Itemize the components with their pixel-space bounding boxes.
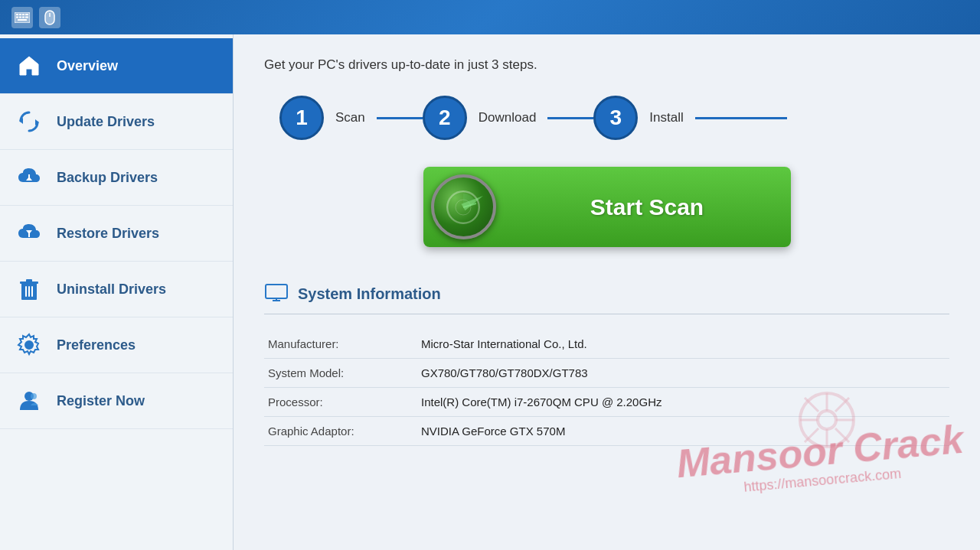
sidebar-label-update: Update Drivers	[57, 114, 155, 130]
restore-icon	[15, 220, 43, 247]
svg-rect-10	[45, 11, 54, 24]
svg-rect-9	[18, 19, 27, 21]
svg-rect-17	[28, 231, 30, 237]
info-value: Intel(R) Core(TM) i7-2670QM CPU @ 2.20GH…	[417, 388, 949, 417]
sidebar-item-preferences[interactable]: Preferences	[0, 317, 233, 373]
info-label: Graphic Adaptor:	[264, 417, 417, 446]
sidebar-item-backup-drivers[interactable]: Backup Drivers	[0, 150, 233, 206]
sidebar: Overview Update Drivers	[0, 34, 234, 550]
person-icon	[15, 387, 43, 415]
info-label: System Model:	[264, 359, 417, 388]
start-scan-button[interactable]: Start Scan	[423, 167, 791, 247]
sidebar-item-uninstall-drivers[interactable]: Uninstall Drivers	[0, 262, 233, 317]
svg-rect-4	[25, 14, 28, 15]
svg-rect-21	[31, 286, 33, 297]
svg-rect-15	[28, 174, 30, 181]
sidebar-item-register[interactable]: Register Now	[0, 373, 233, 429]
tagline: Get your PC's drivers up-to-date in just…	[264, 57, 949, 73]
keyboard-icon	[11, 7, 33, 28]
scan-radar-icon	[423, 167, 504, 247]
svg-point-27	[31, 393, 37, 399]
scan-button-container: Start Scan	[264, 167, 949, 247]
sidebar-item-update-drivers[interactable]: Update Drivers	[0, 94, 233, 150]
home-icon	[15, 52, 43, 80]
sidebar-label-restore: Restore Drivers	[57, 226, 159, 242]
svg-rect-1	[16, 14, 18, 15]
backup-icon	[15, 164, 43, 191]
system-info-title: System Information	[298, 285, 441, 303]
scan-button-label: Start Scan	[504, 194, 791, 220]
monitor-icon	[264, 282, 289, 306]
sidebar-label-backup: Backup Drivers	[57, 170, 158, 186]
mouse-icon	[39, 7, 60, 28]
svg-rect-23	[26, 279, 32, 282]
svg-rect-31	[266, 285, 287, 298]
svg-rect-20	[28, 286, 30, 297]
title-bar-icons	[11, 7, 60, 28]
sidebar-label-uninstall: Uninstall Drivers	[57, 282, 166, 298]
sidebar-item-restore-drivers[interactable]: Restore Drivers	[0, 206, 233, 262]
svg-rect-19	[25, 286, 27, 297]
steps-container: 1 Scan 2 Download 3 Install	[264, 96, 949, 140]
info-label: Manufacturer:	[264, 330, 417, 359]
info-value: NVIDIA GeForce GTX 570M	[417, 417, 949, 446]
system-info-section: System Information Manufacturer:Micro-St…	[264, 282, 949, 446]
svg-rect-8	[25, 16, 28, 18]
table-row: System Model:GX780/GT780/GT780DX/GT783	[264, 359, 949, 388]
update-icon	[15, 108, 43, 135]
info-value: Micro-Star International Co., Ltd.	[417, 330, 949, 359]
svg-rect-6	[19, 16, 21, 18]
system-info-table: Manufacturer:Micro-Star International Co…	[264, 330, 949, 446]
info-label: Processor:	[264, 388, 417, 417]
system-info-header: System Information	[264, 282, 949, 314]
step-3-circle: 3	[593, 96, 638, 140]
step-line-3	[695, 117, 787, 119]
main-content: Get your PC's drivers up-to-date in just…	[234, 34, 980, 550]
trash-icon	[15, 275, 43, 303]
sidebar-item-overview[interactable]: Overview	[0, 38, 233, 94]
svg-rect-7	[22, 16, 24, 18]
step-line-2	[547, 117, 593, 119]
title-bar	[0, 0, 980, 34]
sidebar-label-preferences: Preferences	[57, 337, 136, 353]
table-row: Graphic Adaptor:NVIDIA GeForce GTX 570M	[264, 417, 949, 446]
svg-rect-3	[22, 14, 24, 15]
step-line-1	[377, 117, 423, 119]
table-row: Processor:Intel(R) Core(TM) i7-2670QM CP…	[264, 388, 949, 417]
app-content: Overview Update Drivers	[0, 34, 980, 550]
step-1-circle: 1	[279, 96, 324, 140]
radar-graphic	[431, 174, 496, 239]
step-2-circle: 2	[423, 96, 467, 140]
step-2-label: Download	[479, 110, 537, 125]
svg-rect-2	[19, 14, 21, 15]
svg-line-30	[463, 203, 476, 207]
step-1-label: Scan	[335, 110, 365, 125]
sidebar-label-register: Register Now	[57, 393, 145, 409]
sidebar-label-overview: Overview	[57, 58, 118, 74]
svg-rect-5	[16, 16, 18, 18]
table-row: Manufacturer:Micro-Star International Co…	[264, 330, 949, 359]
info-value: GX780/GT780/GT780DX/GT783	[417, 359, 949, 388]
gear-icon	[15, 331, 43, 359]
step-3-label: Install	[649, 110, 683, 125]
